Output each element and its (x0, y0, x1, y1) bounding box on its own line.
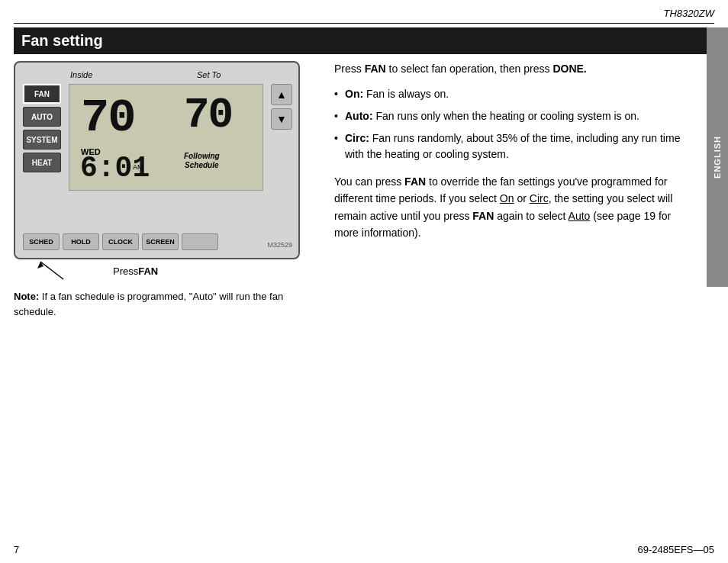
bottom-buttons-row: SCHED HOLD CLOCK SCREEN (23, 233, 218, 250)
title-bar: Fan setting (14, 27, 714, 54)
temp-setpoint-display: 70 (184, 91, 232, 140)
auto-button[interactable]: AUTO (23, 107, 61, 127)
doc-number: 69-2485EFS—05 (638, 544, 714, 555)
fan-bold-text: FAN (138, 265, 158, 277)
arrow-buttons: ▲ ▼ (271, 84, 292, 130)
page-title: Fan setting (21, 32, 103, 49)
list-item-auto: Auto: Fan runs only when the heating or … (334, 108, 693, 124)
on-underline: On (500, 192, 514, 204)
right-column: Press FAN to select fan operation, then … (334, 61, 693, 242)
override-text: You can press FAN to override the fan se… (334, 173, 693, 242)
circ-text: Fan runs randomly, about 35% of the time… (345, 132, 680, 160)
note-bold: Note: (14, 291, 39, 302)
footer: 7 69-2485EFS—05 (14, 544, 714, 555)
list-item-on: On: Fan is always on. (334, 86, 693, 102)
auto-underline: Auto (569, 210, 591, 222)
model-number: TH8320ZW (664, 8, 714, 19)
left-column: Inside Set To FAN AUTO SYSTEM HEAT 70 70… (14, 61, 311, 319)
temp-inside-display: 70 (81, 91, 134, 145)
circ-bold: Circ: (345, 132, 369, 144)
sched-button[interactable]: SCHED (23, 233, 60, 250)
extra-button (182, 233, 218, 250)
fan-bold-override2: FAN (472, 210, 494, 222)
language-label: ENGLISH (713, 136, 722, 179)
arrow-indicator (18, 258, 124, 281)
page-number: 7 (14, 544, 19, 555)
english-sidebar: ENGLISH (707, 27, 728, 287)
on-text: Fan is always on. (366, 88, 449, 100)
list-item-circ: Circ: Fan runs randomly, about 35% of th… (334, 130, 693, 162)
bullet-list: On: Fan is always on. Auto: Fan runs onl… (334, 86, 693, 162)
image-model-label: M32529 (267, 241, 292, 249)
note-text: If a fan schedule is programmed, "Auto" … (14, 291, 283, 317)
note-section: Note: If a fan schedule is programmed, "… (14, 289, 311, 319)
display-screen: 70 70 WED 6:01 AM FollowingSchedule (69, 84, 263, 191)
on-bold: On: (345, 88, 363, 100)
fan-bold-intro: FAN (365, 63, 386, 75)
down-arrow-button[interactable]: ▼ (271, 108, 292, 130)
done-bold: DONE. (552, 63, 586, 75)
system-button[interactable]: SYSTEM (23, 130, 61, 150)
svg-line-0 (40, 262, 63, 279)
press-fan-area: PressFAN (14, 265, 311, 277)
heat-button[interactable]: HEAT (23, 153, 61, 172)
up-arrow-button[interactable]: ▲ (271, 84, 292, 105)
am-pm-label: AM (133, 163, 143, 171)
following-schedule-label: FollowingSchedule (184, 152, 220, 170)
auto-bold: Auto: (345, 110, 373, 122)
hold-button[interactable]: HOLD (63, 233, 99, 250)
thermostat-device: Inside Set To FAN AUTO SYSTEM HEAT 70 70… (14, 61, 300, 259)
screen-button[interactable]: SCREEN (142, 233, 179, 250)
side-buttons: FAN AUTO SYSTEM HEAT (23, 84, 61, 172)
instruction-intro: Press FAN to select fan operation, then … (334, 61, 693, 77)
circ-underline: Circ (530, 192, 549, 204)
top-divider (14, 23, 714, 24)
fan-bold-override1: FAN (404, 175, 426, 188)
inside-label: Inside (70, 70, 92, 79)
auto-text: Fan runs only when the heating or coolin… (375, 110, 639, 122)
clock-button[interactable]: CLOCK (102, 233, 139, 250)
fan-button[interactable]: FAN (23, 84, 61, 104)
setto-label: Set To (197, 70, 221, 79)
main-content: Inside Set To FAN AUTO SYSTEM HEAT 70 70… (14, 61, 693, 532)
